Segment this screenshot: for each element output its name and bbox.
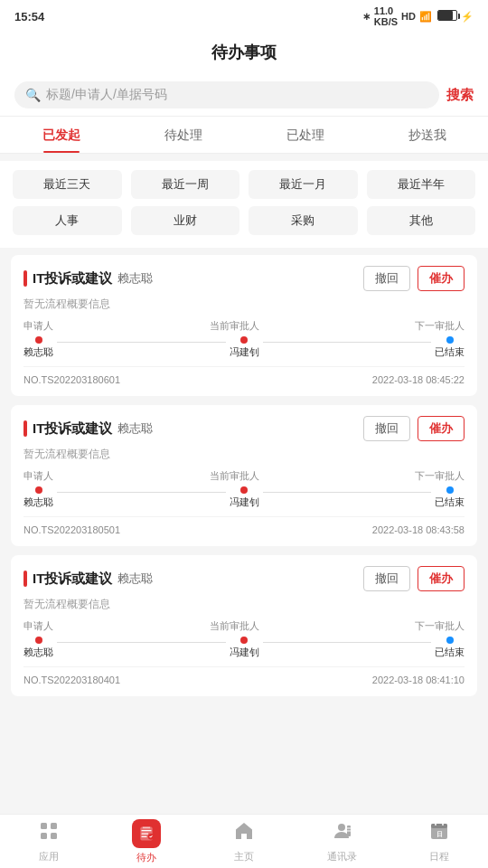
revoke-button[interactable]: 撤回 (363, 566, 410, 591)
wf-label-0: 申请人 (23, 619, 53, 633)
wf-label-1: 当前审批人 (210, 619, 259, 633)
card-meta: 暂无流程概要信息 (23, 447, 465, 462)
card-title: IT投诉或建议 (33, 420, 112, 438)
workflow-track: 赖志聪 冯建钊 已结束 (23, 486, 465, 509)
nav-contacts-label: 通讯录 (327, 850, 357, 863)
filter-row-time: 最近三天 最近一周 最近一月 最近半年 (13, 170, 475, 199)
card-list: IT投诉或建议 赖志聪 撤回 催办 暂无流程概要信息 申请人 当前审批人 下一审… (0, 248, 488, 712)
filter-finance[interactable]: 业财 (131, 206, 240, 235)
card-1[interactable]: IT投诉或建议 赖志聪 撤回 催办 暂无流程概要信息 申请人 当前审批人 下一审… (11, 255, 477, 396)
filter-hr[interactable]: 人事 (13, 206, 122, 235)
nav-home[interactable]: 主页 (195, 820, 293, 863)
tab-processed[interactable]: 已处理 (244, 117, 366, 153)
status-time: 15:54 (14, 10, 44, 24)
revoke-button[interactable]: 撤回 (363, 416, 410, 441)
contacts-icon (331, 820, 352, 847)
filter-purchase[interactable]: 采购 (249, 206, 358, 235)
nav-home-label: 主页 (234, 850, 254, 863)
search-bar: 🔍 标题/申请人/单据号码 搜索 (0, 74, 488, 117)
search-icon: 🔍 (25, 88, 41, 102)
card-bar-icon (23, 420, 27, 437)
page-header: 待办事项 (0, 33, 488, 74)
status-bar: 15:54 ∗ 11.0KB/S HD 📶 ⚡ (0, 0, 488, 33)
revoke-button[interactable]: 撤回 (363, 266, 410, 291)
urge-button[interactable]: 催办 (418, 566, 465, 591)
apps-icon (38, 820, 60, 847)
svg-rect-11 (431, 824, 447, 828)
card-bar-icon (23, 270, 27, 287)
workflow-track: 赖志聪 冯建钊 已结束 (23, 637, 465, 659)
filter-week[interactable]: 最近一周 (131, 170, 240, 199)
filter-section: 最近三天 最近一周 最近一月 最近半年 人事 业财 采购 其他 (0, 161, 488, 248)
nav-contacts[interactable]: 通讯录 (293, 820, 390, 863)
home-icon (233, 820, 255, 847)
nav-apps[interactable]: 应用 (0, 820, 98, 863)
card-title: IT投诉或建议 (33, 571, 112, 588)
card-2[interactable]: IT投诉或建议 赖志聪 撤回 催办 暂无流程概要信息 申请人 当前审批人 下一审… (11, 405, 477, 546)
nav-apps-label: 应用 (39, 850, 59, 863)
filter-halfyear[interactable]: 最近半年 (367, 170, 476, 199)
wf-label-0: 申请人 (23, 319, 53, 333)
tab-initiated[interactable]: 已发起 (0, 117, 122, 153)
wf-label-2: 下一审批人 (415, 319, 465, 333)
card-title: IT投诉或建议 (33, 270, 112, 288)
filter-row-category: 人事 业财 采购 其他 (13, 206, 475, 235)
todo-icon (132, 819, 161, 848)
card-number: NO.TS202203180401 (23, 675, 120, 685)
search-input-wrap[interactable]: 🔍 标题/申请人/单据号码 (14, 81, 439, 108)
filter-3days[interactable]: 最近三天 (13, 170, 122, 199)
tab-pending[interactable]: 待处理 (122, 117, 244, 153)
svg-point-6 (338, 824, 345, 831)
battery-indicator (436, 10, 457, 23)
card-applicant: 赖志聪 (117, 420, 153, 437)
page-title: 待办事项 (211, 43, 277, 61)
card-meta: 暂无流程概要信息 (23, 297, 465, 312)
nav-todo-label: 待办 (136, 851, 156, 864)
bottom-nav: 应用 待办 主页 (0, 814, 488, 868)
wf-label-2: 下一审批人 (415, 469, 465, 483)
nav-schedule-label: 日程 (429, 850, 449, 863)
schedule-icon: 日 (428, 820, 450, 847)
status-icons: ∗ 11.0KB/S HD 📶 ⚡ (362, 5, 474, 27)
svg-rect-2 (41, 833, 47, 839)
card-datetime: 2022-03-18 08:41:10 (372, 675, 465, 685)
card-number: NO.TS202203180601 (23, 374, 120, 385)
svg-text:日: 日 (436, 831, 443, 837)
svg-rect-1 (51, 823, 57, 829)
card-3[interactable]: IT投诉或建议 赖志聪 撤回 催办 暂无流程概要信息 申请人 当前审批人 下一审… (11, 555, 477, 696)
card-datetime: 2022-03-18 08:43:58 (372, 524, 465, 535)
workflow-track: 赖志聪 冯建钊 已结束 (23, 336, 465, 359)
filter-month[interactable]: 最近一月 (249, 170, 358, 199)
tab-bar: 已发起 待处理 已处理 抄送我 (0, 117, 488, 154)
card-meta: 暂无流程概要信息 (23, 597, 465, 612)
card-number: NO.TS202203180501 (23, 524, 120, 535)
wf-label-1: 当前审批人 (210, 319, 259, 333)
card-applicant: 赖志聪 (117, 270, 153, 287)
nav-schedule[interactable]: 日 日程 (390, 820, 488, 863)
wf-label-0: 申请人 (23, 469, 53, 483)
wf-label-1: 当前审批人 (210, 469, 259, 483)
card-bar-icon (23, 571, 27, 587)
urge-button[interactable]: 催办 (418, 266, 465, 291)
card-datetime: 2022-03-18 08:45:22 (372, 374, 465, 385)
filter-other[interactable]: 其他 (367, 206, 476, 235)
nav-todo[interactable]: 待办 (98, 819, 195, 864)
search-button[interactable]: 搜索 (446, 87, 474, 104)
wf-label-2: 下一审批人 (415, 619, 465, 633)
card-applicant: 赖志聪 (117, 571, 153, 587)
svg-rect-0 (41, 823, 47, 829)
search-placeholder: 标题/申请人/单据号码 (46, 87, 167, 103)
svg-rect-3 (51, 833, 57, 839)
tab-copied[interactable]: 抄送我 (366, 117, 488, 153)
urge-button[interactable]: 催办 (418, 416, 465, 441)
